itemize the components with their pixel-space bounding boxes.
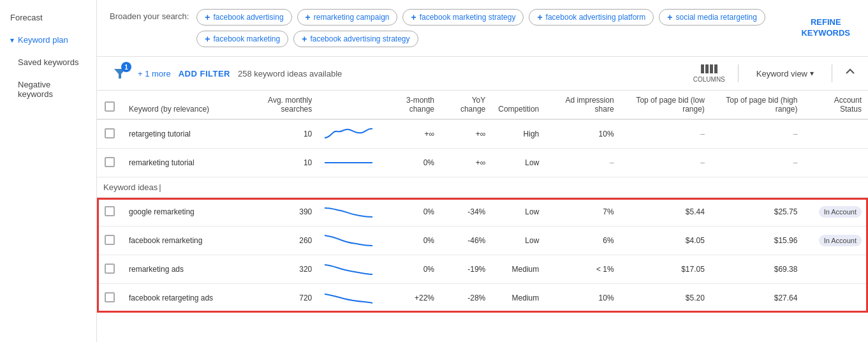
avg-monthly-cell: 390 — [237, 198, 318, 227]
in-account-badge: In Account — [819, 206, 862, 218]
filter-badge: 1 — [121, 62, 131, 72]
plus-icon: + — [305, 12, 311, 22]
account-status-cell — [804, 149, 868, 177]
chip-label: facebook advertising strategy — [310, 34, 409, 43]
columns-button[interactable]: COLUMNS — [693, 64, 725, 83]
keyword-cell: remarketing ads — [122, 255, 237, 284]
sidebar-item-negative-keywords[interactable]: Negative keywords — [0, 73, 96, 105]
row-check-cell[interactable] — [97, 149, 122, 177]
header-check[interactable] — [97, 91, 122, 119]
row-check-cell[interactable] — [97, 119, 122, 149]
keyword-view-button[interactable]: Keyword view ▾ — [751, 66, 819, 81]
three-month-cell: 0% — [379, 255, 441, 284]
header-sparkline — [318, 91, 379, 119]
sidebar-item-keyword-plan[interactable]: ▾ Keyword plan — [0, 29, 96, 51]
header-yoy: YoY change — [441, 91, 492, 119]
header-top-high: Top of page bid (high range) — [711, 91, 804, 119]
collapse-button[interactable] — [845, 67, 855, 80]
account-status-cell — [804, 119, 868, 149]
more-link[interactable]: + 1 more — [138, 69, 171, 78]
top-low-cell: $5.44 — [621, 198, 711, 227]
top-high-cell: – — [711, 149, 804, 177]
section-label[interactable]: Keyword ideas| — [97, 177, 868, 198]
header-avg-monthly: Avg. monthly searches — [237, 91, 318, 119]
yoy-cell: -19% — [441, 255, 492, 284]
chip-label: facebook marketing strategy — [420, 13, 516, 22]
add-filter-button[interactable]: ADD FILTER — [179, 69, 230, 78]
chip-facebook-marketing[interactable]: + facebook marketing — [196, 31, 288, 47]
chip-social-media-retargeting[interactable]: + social media retargeting — [659, 9, 765, 26]
header-account-status: Account Status — [804, 91, 868, 119]
top-high-cell: – — [711, 119, 804, 149]
chip-facebook-advertising[interactable]: + facebook advertising — [196, 9, 291, 26]
plus-icon: + — [411, 12, 416, 22]
chevron-down-icon: ▾ — [10, 36, 14, 45]
row-check-cell[interactable] — [97, 284, 122, 313]
refine-keywords-button[interactable]: REFINEKEYWORDS — [796, 15, 855, 41]
filter-right: COLUMNS Keyword view ▾ — [693, 64, 855, 83]
columns-label: COLUMNS — [693, 76, 725, 83]
chip-facebook-advertising-platform[interactable]: + facebook advertising platform — [529, 9, 654, 26]
account-status-cell — [804, 255, 868, 284]
top-low-cell: $17.05 — [621, 255, 711, 284]
three-month-cell: 0% — [379, 149, 441, 177]
keyword-table: Keyword (by relevance) Avg. monthly sear… — [97, 91, 868, 313]
row-checkbox[interactable] — [105, 157, 115, 167]
chip-remarketing-campaign[interactable]: + remarketing campaign — [297, 9, 398, 26]
sparkline-cell — [318, 255, 379, 284]
competition-cell: Low — [492, 198, 545, 227]
plus-icon: + — [537, 12, 542, 22]
table-row: remarketing tutorial 10 0% +∞ Low – – – — [97, 149, 868, 177]
row-checkbox[interactable] — [105, 292, 115, 302]
competition-cell: Low — [492, 149, 545, 177]
header-top-low: Top of page bid (low range) — [621, 91, 711, 119]
sparkline-chart — [325, 260, 372, 278]
row-check-cell[interactable] — [97, 198, 122, 227]
yoy-cell: -34% — [441, 198, 492, 227]
three-month-cell: 0% — [379, 227, 441, 255]
yoy-cell: +∞ — [441, 119, 492, 149]
chip-label: facebook advertising platform — [546, 13, 646, 22]
sparkline-cell — [318, 284, 379, 313]
filter-icon-wrap[interactable]: 1 — [110, 63, 130, 84]
sidebar-item-forecast[interactable]: Forecast — [0, 6, 96, 29]
top-high-cell: $69.38 — [711, 255, 804, 284]
keyword-cell: retargeting tutorial — [122, 119, 237, 149]
ad-impression-cell: 10% — [545, 284, 620, 313]
select-all-checkbox[interactable] — [105, 101, 115, 112]
ad-impression-cell: 10% — [545, 119, 620, 149]
chip-facebook-advertising-strategy[interactable]: + facebook advertising strategy — [293, 31, 418, 47]
row-checkbox[interactable] — [105, 206, 115, 216]
filter-bar: 1 + 1 more ADD FILTER 258 keyword ideas … — [97, 57, 868, 91]
avg-monthly-cell: 10 — [237, 119, 318, 149]
in-account-badge: In Account — [819, 235, 862, 246]
competition-cell: Medium — [492, 255, 545, 284]
keyword-cell: facebook retargeting ads — [122, 284, 237, 313]
header-competition: Competition — [492, 91, 545, 119]
main-content: Broaden your search: + facebook advertis… — [97, 0, 868, 313]
sparkline-chart — [325, 289, 372, 307]
sparkline-chart — [325, 203, 372, 221]
yoy-cell: +∞ — [441, 149, 492, 177]
ad-impression-cell: – — [545, 149, 620, 177]
row-checkbox[interactable] — [105, 235, 115, 245]
row-check-cell[interactable] — [97, 227, 122, 255]
chip-label: facebook advertising — [213, 13, 283, 22]
ad-impression-cell: 7% — [545, 198, 620, 227]
row-checkbox[interactable] — [105, 128, 115, 138]
competition-cell: Low — [492, 227, 545, 255]
row-checkbox[interactable] — [105, 264, 115, 274]
sidebar-item-saved-keywords[interactable]: Saved keywords — [0, 51, 96, 73]
chip-facebook-marketing-strategy[interactable]: + facebook marketing strategy — [402, 9, 524, 26]
chip-label: social media retargeting — [676, 13, 757, 22]
sparkline-cell — [318, 149, 379, 177]
header-ad-impression: Ad impression share — [545, 91, 620, 119]
plus-icon: + — [205, 34, 210, 44]
table-body: retargeting tutorial 10 +∞ +∞ High 10% –… — [97, 119, 868, 313]
plus-icon: + — [302, 34, 307, 44]
top-high-cell: $25.75 — [711, 198, 804, 227]
sparkline-cell — [318, 198, 379, 227]
section-label-row: Keyword ideas| — [97, 177, 868, 198]
keyword-cell: facebook remarketing — [122, 227, 237, 255]
row-check-cell[interactable] — [97, 255, 122, 284]
